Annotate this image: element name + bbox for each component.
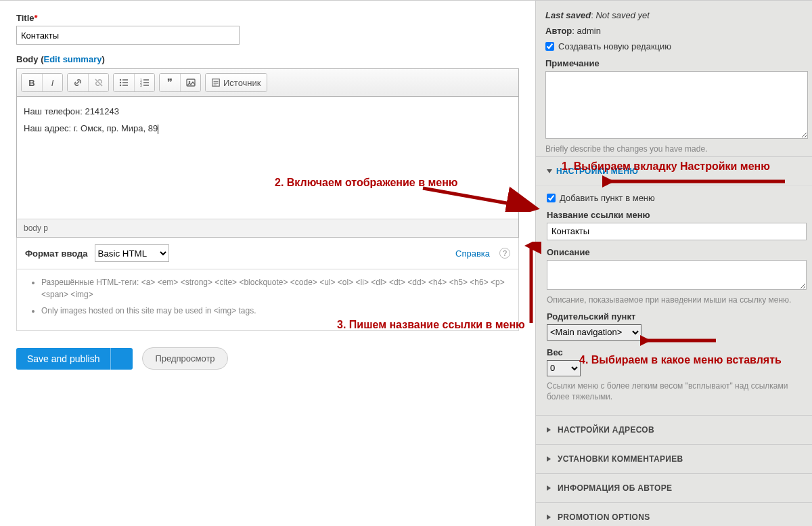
quote-button[interactable]: ❞: [160, 74, 180, 91]
unlink-button[interactable]: [88, 74, 108, 91]
svg-point-7: [188, 81, 190, 83]
source-icon: [211, 78, 221, 87]
italic-button[interactable]: I: [42, 74, 62, 91]
last-saved: Last saved: Not saved yet: [545, 10, 804, 20]
body-label: Body (Edit summary): [16, 54, 519, 64]
title-input[interactable]: [16, 26, 240, 45]
accordion-url-settings[interactable]: НАСТРОЙКИ АДРЕСОВ: [536, 416, 812, 444]
menu-link-title-label: Название ссылки меню: [547, 210, 807, 220]
caret-right-icon: [547, 427, 554, 433]
link-button[interactable]: [68, 74, 88, 91]
parent-label: Родительский пункт: [547, 311, 807, 322]
svg-point-0: [120, 79, 121, 81]
editor-toolbar: B I 123: [17, 69, 518, 97]
weight-label: Вес: [547, 347, 807, 357]
menu-desc-label: Описание: [547, 247, 807, 257]
editor-statusbar: body p: [17, 219, 518, 237]
preview-button[interactable]: Предпросмотр: [142, 347, 227, 370]
menu-desc-textarea[interactable]: [547, 260, 807, 290]
image-button[interactable]: [180, 74, 200, 91]
new-revision-label: Создавать новую редакцию: [558, 41, 671, 51]
menu-link-title-input[interactable]: [547, 223, 807, 240]
accordion-author-info[interactable]: ИНФОРМАЦИЯ ОБ АВТОРЕ: [536, 474, 812, 502]
source-button[interactable]: Источник: [206, 74, 267, 91]
link-icon: [72, 77, 83, 88]
format-row: Формат ввода Basic HTML Справка ?: [16, 238, 519, 269]
add-menu-link-checkbox[interactable]: [547, 194, 556, 202]
format-help-text: Разрешённые HTML-теги: <a> <em> <strong>…: [16, 269, 519, 331]
title-label: Title*: [16, 13, 519, 23]
text-cursor: [158, 125, 158, 134]
save-button[interactable]: Save and publish: [16, 348, 110, 370]
accordion-promotion[interactable]: PROMOTION OPTIONS: [536, 503, 812, 526]
parent-select[interactable]: <Main navigation>: [547, 324, 641, 341]
weight-hint: Ссылки меню с более легким весом "всплыв…: [547, 380, 807, 403]
unlink-icon: [93, 77, 104, 88]
add-menu-link-label: Добавить пункт в меню: [560, 193, 655, 203]
image-icon: [185, 77, 196, 88]
note-label: Примечание: [545, 58, 808, 68]
save-dropdown[interactable]: [110, 348, 133, 370]
note-hint: Briefly describe the changes you have ma…: [545, 144, 808, 155]
editor-content[interactable]: Наш телефон: 2141243 Наш адрес: г. Омск,…: [17, 97, 518, 219]
ul-button[interactable]: [114, 74, 134, 91]
bold-button[interactable]: B: [22, 74, 42, 91]
svg-point-2: [120, 85, 121, 86]
author-meta: Автор: admin: [545, 26, 804, 36]
note-textarea[interactable]: [545, 71, 808, 139]
format-label: Формат ввода: [25, 248, 88, 259]
weight-select[interactable]: 0: [547, 360, 581, 376]
new-revision-checkbox[interactable]: [545, 42, 554, 51]
svg-text:3: 3: [140, 83, 142, 87]
caret-right-icon: [547, 456, 554, 462]
menu-desc-hint: Описание, показываемое при наведении мыш…: [547, 294, 807, 306]
ol-icon: 123: [139, 77, 150, 88]
accordion-comment-settings[interactable]: УСТАНОВКИ КОММЕНТАРИЕВ: [536, 445, 812, 473]
ol-button[interactable]: 123: [134, 74, 154, 91]
edit-summary-link[interactable]: Edit summary: [43, 54, 102, 64]
format-select[interactable]: Basic HTML: [95, 244, 169, 262]
add-menu-link-row[interactable]: Добавить пункт в меню: [547, 193, 807, 203]
svg-point-1: [120, 82, 121, 83]
format-help-link[interactable]: Справка: [455, 248, 490, 259]
caret-down-icon: [547, 169, 552, 173]
help-icon[interactable]: ?: [499, 248, 510, 259]
ul-icon: [118, 77, 129, 88]
accordion-menu-settings[interactable]: НАСТРОЙКИ МЕНЮ: [536, 157, 812, 185]
caret-right-icon: [547, 514, 554, 520]
new-revision-row[interactable]: Создавать новую редакцию: [545, 41, 808, 51]
caret-right-icon: [547, 485, 554, 491]
rich-text-editor: B I 123: [16, 68, 519, 238]
